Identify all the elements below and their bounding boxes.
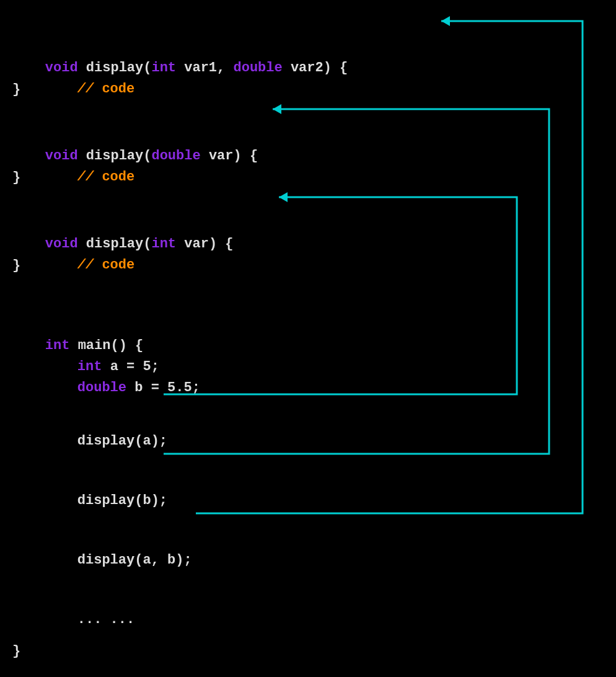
call-display-int: display(a); xyxy=(45,410,167,472)
call-display-double: display(b); xyxy=(45,470,167,531)
svg-marker-0 xyxy=(279,192,288,202)
main-decl: double b = 5.5; xyxy=(45,357,200,418)
main-ellipsis: ... ... xyxy=(45,589,134,650)
fn-close: } xyxy=(12,79,20,100)
fn-close: } xyxy=(12,167,20,188)
call-display-int-double: display(a, b); xyxy=(45,529,192,591)
svg-marker-2 xyxy=(441,16,450,26)
svg-marker-1 xyxy=(273,104,281,114)
fn-body-comment: // code xyxy=(45,58,134,120)
main-close: } xyxy=(12,641,20,662)
fn-close: } xyxy=(12,255,20,276)
fn-body-comment: // code xyxy=(45,146,134,208)
fn-body-comment: // code xyxy=(45,234,134,296)
